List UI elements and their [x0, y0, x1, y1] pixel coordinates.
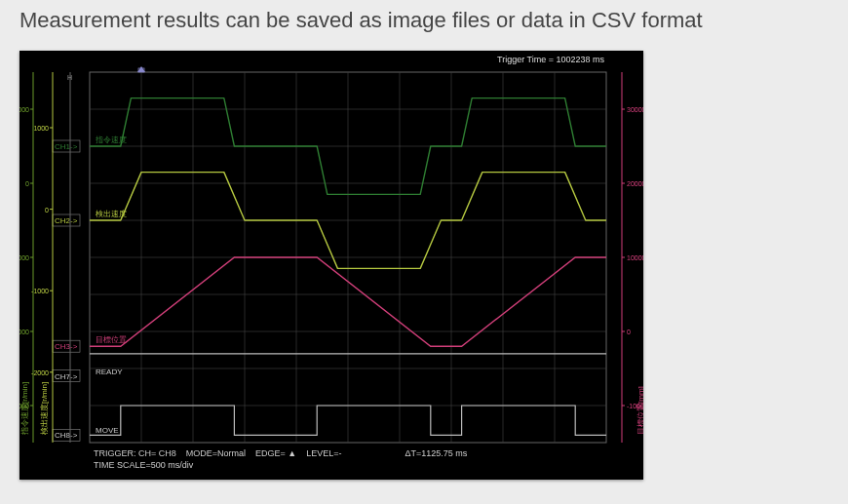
oscilloscope-panel: Trigger Time = 1002238 ms CH1->指令速度CH2->…	[19, 51, 643, 480]
svg-text:CH2->: CH2->	[55, 216, 78, 225]
svg-text:-2000: -2000	[19, 329, 29, 335]
footer-timescale-line: TIME SCALE=500 ms/div	[94, 460, 193, 470]
svg-text:MOVE: MOVE	[96, 426, 119, 435]
svg-text:-2000: -2000	[31, 369, 49, 376]
svg-text:0: 0	[45, 207, 49, 213]
trigger-time-label: Trigger Time = 1002238 ms	[497, 55, 604, 64]
svg-rect-0	[19, 51, 643, 480]
svg-text:CH8->: CH8->	[55, 431, 78, 440]
svg-text:-1000: -1000	[31, 288, 49, 294]
svg-text:-1000: -1000	[19, 254, 29, 261]
svg-text:300000: 300000	[627, 106, 643, 113]
svg-text:1000: 1000	[19, 106, 29, 113]
svg-text:0: 0	[627, 329, 631, 335]
svg-text:検出速度[r/min]: 検出速度[r/min]	[40, 382, 49, 435]
svg-text:CH1->: CH1->	[55, 142, 78, 151]
svg-text:CH3->: CH3->	[55, 342, 78, 351]
svg-text:検出速度: 検出速度	[96, 210, 127, 218]
svg-text:目標位置: 目標位置	[96, 335, 127, 344]
svg-text:200000: 200000	[627, 180, 643, 187]
page-title: Measurement results can be saved as imag…	[19, 8, 703, 33]
svg-text:1000: 1000	[33, 125, 49, 132]
svg-text:指令速度: 指令速度	[95, 136, 127, 144]
svg-text:100000: 100000	[627, 254, 643, 261]
footer-trigger-line: TRIGGER: CH= CH8 MODE=Normal EDGE= ▲ LEV…	[94, 448, 467, 458]
oscilloscope-chart: CH1->指令速度CH2->検出速度CH3->目標位置CH7->READYCH8…	[19, 51, 643, 480]
svg-text:指令速度[r/min]: 指令速度[r/min]	[20, 382, 29, 436]
svg-text:CH7->: CH7->	[55, 372, 78, 381]
svg-text:H: H	[67, 74, 72, 81]
svg-text:目標位置[mm]: 目標位置[mm]	[636, 386, 643, 435]
svg-text:READY: READY	[96, 368, 123, 376]
svg-text:0: 0	[25, 180, 29, 187]
